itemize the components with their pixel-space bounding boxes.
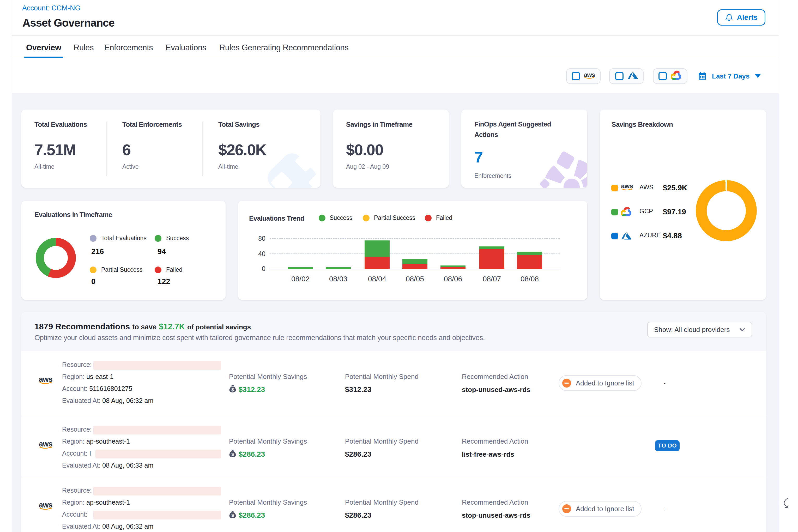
svg-text:$: $ [231, 387, 234, 392]
svg-text:$: $ [231, 452, 234, 457]
svg-text:$: $ [231, 513, 234, 518]
